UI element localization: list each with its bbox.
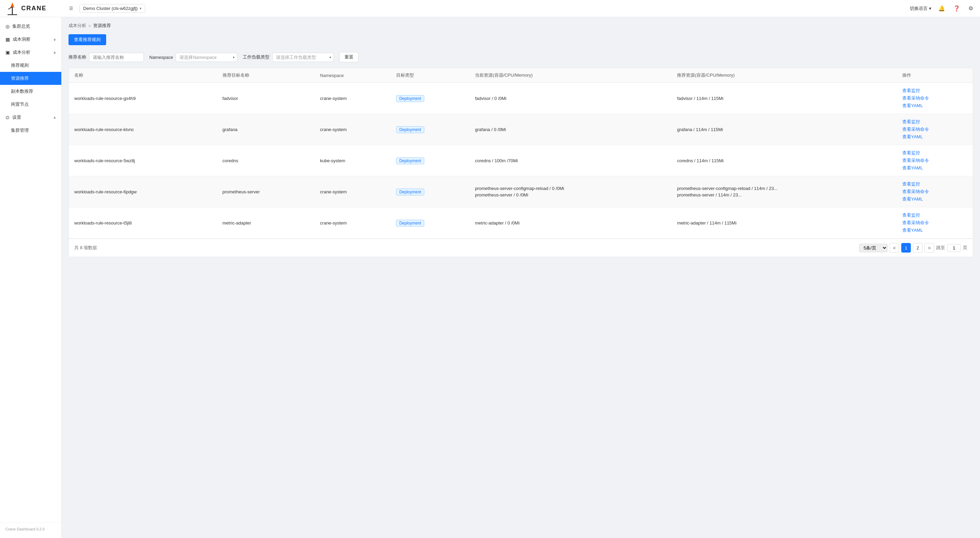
cell-type: Deployment (391, 207, 469, 238)
sidebar: ◎ 集群总览 ▦ 成本洞察 ∨ ▣ 成本分析 ∧ 推荐规则 资源推荐 副本数推荐 (0, 17, 62, 538)
action-link-2[interactable]: 查看YAML (902, 165, 967, 171)
table-header: 名称 推荐目标名称 Namespace 目标类型 当前资源(容器/CPU/Mem… (69, 68, 973, 83)
logo-area: CRANE (5, 2, 67, 16)
cell-target: prometheus-server (217, 176, 315, 207)
action-link-2[interactable]: 查看YAML (902, 196, 967, 202)
deployment-badge: Deployment (396, 220, 424, 227)
recommended-resource-line: fadvisor / 114m / 115Mi (677, 96, 891, 101)
settings-button[interactable]: ⚙ (967, 4, 975, 13)
filter-namespace-label: Namespace (149, 55, 173, 60)
sidebar-label-replica-recommendation: 副本数推荐 (11, 88, 33, 94)
view-rules-button[interactable]: 查看推荐规则 (68, 34, 106, 45)
pagination-bar: 共 8 项数据 5条/页 10条/页 20条/页 < 1 2 (69, 238, 973, 257)
next-icon: > (928, 245, 931, 251)
deployment-badge: Deployment (396, 189, 424, 195)
cell-namespace: crane-system (315, 207, 391, 238)
gear-icon: ⚙ (968, 5, 973, 11)
language-switch[interactable]: 切换语言 ▾ (910, 5, 931, 12)
page-1-button[interactable]: 1 (901, 243, 911, 252)
resource-line: prometheus-server / 0 /0Mi (475, 192, 666, 197)
cell-target: metric-adapter (217, 207, 315, 238)
breadcrumb: 成本分析 > 资源推荐 (68, 22, 973, 29)
deployment-badge: Deployment (396, 126, 424, 133)
data-table-container: 名称 推荐目标名称 Namespace 目标类型 当前资源(容器/CPU/Mem… (68, 68, 973, 257)
top-header: CRANE ☰ Demo Cluster (cls-w62zgjfj) ▾ 切换… (0, 0, 980, 17)
sidebar-item-cost-insights[interactable]: ▦ 成本洞察 ∨ (0, 33, 61, 46)
cell-actions: 查看监控查看采纳命令查看YAML (897, 145, 973, 176)
cluster-selector[interactable]: Demo Cluster (cls-w62zgjfj) ▾ (80, 4, 145, 13)
filter-name-input[interactable] (89, 53, 144, 62)
action-link-0[interactable]: 查看监控 (902, 150, 967, 156)
cluster-overview-icon: ◎ (5, 24, 10, 29)
jump-page-input[interactable] (947, 244, 961, 252)
filter-namespace-select[interactable]: 请选择Namespace (176, 53, 237, 62)
next-page-button[interactable]: > (924, 243, 934, 252)
table-row: workloads-rule-resource-6pdgwprometheus-… (69, 176, 973, 207)
sidebar-nav: ◎ 集群总览 ▦ 成本洞察 ∨ ▣ 成本分析 ∧ 推荐规则 资源推荐 副本数推荐 (0, 20, 61, 137)
bell-button[interactable]: 🔔 (937, 4, 947, 13)
table-row: workloads-rule-resource-ktvncgrafanacran… (69, 114, 973, 145)
cell-type: Deployment (391, 83, 469, 114)
breadcrumb-parent: 成本分析 (68, 22, 86, 29)
filter-workload-label: 工作负载类型 (243, 54, 269, 60)
filter-workload-select[interactable]: 请选择工作负载类型 (272, 53, 334, 62)
reset-button[interactable]: 重置 (339, 52, 358, 62)
cell-current-resources: metric-adapter / 0 /0Mi (469, 207, 671, 238)
cell-name: workloads-rule-resource-6pdgw (69, 176, 217, 207)
help-icon: ❓ (953, 5, 960, 11)
page-2-button[interactable]: 2 (913, 243, 923, 252)
action-link-1[interactable]: 查看采纳命令 (902, 126, 967, 132)
sidebar-item-resource-recommendation[interactable]: 资源推荐 (0, 72, 61, 85)
cell-recommended-resources: coredns / 114m / 115Mi (671, 145, 896, 176)
filter-workload-item: 工作负载类型 请选择工作负载类型 ▾ (243, 53, 334, 62)
sidebar-item-cost-analysis[interactable]: ▣ 成本分析 ∧ (0, 46, 61, 59)
prev-icon: < (893, 245, 896, 251)
sidebar-item-idle-nodes[interactable]: 闲置节点 (0, 98, 61, 111)
page-size-select[interactable]: 5条/页 10条/页 20条/页 (859, 244, 888, 252)
action-link-0[interactable]: 查看监控 (902, 212, 967, 218)
sidebar-item-replica-recommendation[interactable]: 副本数推荐 (0, 85, 61, 98)
action-link-1[interactable]: 查看采纳命令 (902, 220, 967, 226)
action-link-0[interactable]: 查看监控 (902, 119, 967, 125)
recommended-resource-line: coredns / 114m / 115Mi (677, 158, 891, 163)
recommended-resource-line: metric-adapter / 114m / 115Mi (677, 221, 891, 225)
action-link-0[interactable]: 查看监控 (902, 181, 967, 187)
action-link-2[interactable]: 查看YAML (902, 227, 967, 233)
cell-name: workloads-rule-resource-ktvnc (69, 114, 217, 145)
cell-actions: 查看监控查看采纳命令查看YAML (897, 176, 973, 207)
jump-to-area: 跳至 页 (936, 244, 967, 252)
resource-line: grafana / 0 /0Mi (475, 127, 666, 132)
sidebar-item-cluster-management[interactable]: 集群管理 (0, 124, 61, 137)
crane-logo-icon (5, 2, 19, 16)
action-link-1[interactable]: 查看采纳命令 (902, 95, 967, 101)
settings-arrow-icon: ∧ (53, 116, 56, 119)
action-link-1[interactable]: 查看采纳命令 (902, 189, 967, 195)
cell-name: workloads-rule-resource-5wz8j (69, 145, 217, 176)
sidebar-item-settings[interactable]: ⊙ 设置 ∧ (0, 111, 61, 124)
jump-pre-label: 跳至 (936, 245, 945, 251)
deployment-badge: Deployment (396, 95, 424, 102)
col-header-current-resources: 当前资源(容器/CPU/Memory) (469, 68, 671, 83)
action-link-2[interactable]: 查看YAML (902, 134, 967, 140)
help-button[interactable]: ❓ (952, 4, 961, 13)
action-link-0[interactable]: 查看监控 (902, 87, 967, 94)
cell-current-resources: prometheus-server-configmap-reload / 0 /… (469, 176, 671, 207)
cell-target: coredns (217, 145, 315, 176)
top-right-area: 切换语言 ▾ 🔔 ❓ ⚙ (910, 4, 975, 13)
prev-page-button[interactable]: < (889, 243, 899, 252)
svg-line-3 (8, 7, 12, 9)
table-row: workloads-rule-resource-5wz8jcorednskube… (69, 145, 973, 176)
action-link-1[interactable]: 查看采纳命令 (902, 157, 967, 163)
breadcrumb-current: 资源推荐 (93, 22, 111, 29)
recommended-resource-line: prometheus-server-configmap-reload / 114… (677, 186, 891, 191)
cell-type: Deployment (391, 114, 469, 145)
action-link-2[interactable]: 查看YAML (902, 103, 967, 109)
lang-chevron-icon: ▾ (929, 6, 931, 11)
sidebar-item-cluster-overview[interactable]: ◎ 集群总览 (0, 20, 61, 33)
cell-target: grafana (217, 114, 315, 145)
main-layout: ◎ 集群总览 ▦ 成本洞察 ∨ ▣ 成本分析 ∧ 推荐规则 资源推荐 副本数推荐 (0, 17, 980, 538)
recommended-resource-line: prometheus-server / 114m / 23... (677, 192, 891, 197)
cell-namespace: crane-system (315, 176, 391, 207)
sidebar-item-recommendation-rules[interactable]: 推荐规则 (0, 59, 61, 72)
hamburger-button[interactable]: ☰ (67, 4, 75, 13)
